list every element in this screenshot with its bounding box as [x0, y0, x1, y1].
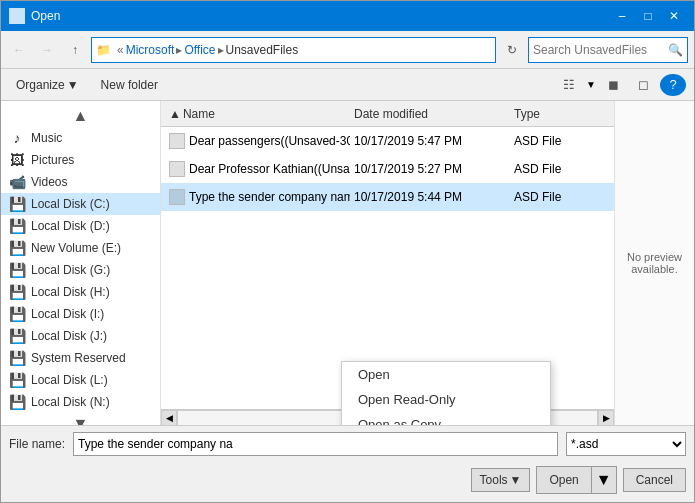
local-j-icon: 💾	[9, 328, 25, 344]
col-type-header[interactable]: Type	[510, 107, 610, 121]
sidebar-label-pictures: Pictures	[31, 153, 74, 167]
file-type-cell: ASD File	[510, 162, 610, 176]
sidebar-label-local-c: Local Disk (C:)	[31, 197, 110, 211]
sidebar-item-system-reserved[interactable]: 💾System Reserved	[1, 347, 160, 369]
search-input[interactable]	[533, 43, 668, 57]
local-g-icon: 💾	[9, 262, 25, 278]
sidebar-label-local-g: Local Disk (G:)	[31, 263, 110, 277]
file-date-cell: 10/17/2019 5:44 PM	[350, 190, 510, 204]
file-icon	[169, 161, 185, 177]
music-icon: ♪	[9, 130, 25, 146]
close-button[interactable]: ✕	[662, 6, 686, 26]
table-row[interactable]: Dear Professor Kathian((Unsaved-307704..…	[161, 155, 614, 183]
sidebar-label-local-h: Local Disk (H:)	[31, 285, 110, 299]
sidebar-item-local-j[interactable]: 💾Local Disk (J:)	[1, 325, 160, 347]
view-chevron-icon: ▼	[586, 79, 596, 90]
sidebar-item-local-l[interactable]: 💾Local Disk (L:)	[1, 369, 160, 391]
sidebar-item-pictures[interactable]: 🖼Pictures	[1, 149, 160, 171]
filetype-select[interactable]: *.asd	[566, 432, 686, 456]
breadcrumb[interactable]: 📁 « Microsoft ▸ Office ▸ UnsavedFiles	[91, 37, 496, 63]
videos-icon: 📹	[9, 174, 25, 190]
context-menu-item-open-readonly[interactable]: Open Read-Only	[342, 387, 550, 412]
preview-pane-button[interactable]: ◼	[600, 74, 626, 96]
sidebar-label-local-l: Local Disk (L:)	[31, 373, 108, 387]
sidebar-scroll-up[interactable]: ▲	[1, 105, 160, 127]
file-type-cell: ASD File	[510, 134, 610, 148]
sidebar-item-videos[interactable]: 📹Videos	[1, 171, 160, 193]
col-name-header[interactable]: ▲ Name	[165, 107, 350, 121]
sidebar-label-music: Music	[31, 131, 62, 145]
context-menu-item-open[interactable]: Open	[342, 362, 550, 387]
sidebar-scroll-down[interactable]: ▼	[1, 413, 160, 425]
sidebar-label-local-i: Local Disk (I:)	[31, 307, 104, 321]
context-menu-item-open-copy[interactable]: Open as Copy	[342, 412, 550, 425]
pictures-icon: 🖼	[9, 152, 25, 168]
sidebar-item-music[interactable]: ♪Music	[1, 127, 160, 149]
action-row: Tools ▼ Open ▼ Cancel	[1, 462, 694, 502]
new-volume-e-icon: 💾	[9, 240, 25, 256]
search-box: 🔍	[528, 37, 688, 63]
search-icon: 🔍	[668, 43, 683, 57]
breadcrumb-unsavedfiles: UnsavedFiles	[226, 43, 299, 57]
sidebar-item-local-g[interactable]: 💾Local Disk (G:)	[1, 259, 160, 281]
sidebar-item-local-h[interactable]: 💾Local Disk (H:)	[1, 281, 160, 303]
addressbar: ← → ↑ 📁 « Microsoft ▸ Office ▸ UnsavedFi…	[1, 31, 694, 69]
local-d-icon: 💾	[9, 218, 25, 234]
context-menu: OpenOpen Read-OnlyOpen as CopyOpen in Br…	[341, 361, 551, 425]
scroll-right-button[interactable]: ▶	[598, 410, 614, 426]
table-row[interactable]: Dear passengers((Unsaved-307704504126...…	[161, 127, 614, 155]
cancel-button[interactable]: Cancel	[623, 468, 686, 492]
titlebar-title: Open	[31, 9, 60, 23]
details-pane-button[interactable]: ◻	[630, 74, 656, 96]
file-date-cell: 10/17/2019 5:47 PM	[350, 134, 510, 148]
filename-label: File name:	[9, 437, 65, 451]
minimize-button[interactable]: –	[610, 6, 634, 26]
organize-button[interactable]: Organize ▼	[9, 75, 86, 95]
open-dropdown-button[interactable]: ▼	[592, 466, 617, 494]
maximize-button[interactable]: □	[636, 6, 660, 26]
sidebar-item-local-n[interactable]: 💾Local Disk (N:)	[1, 391, 160, 413]
main-content: ▲ ♪Music🖼Pictures📹Videos💾Local Disk (C:)…	[1, 101, 694, 425]
sidebar-label-system-reserved: System Reserved	[31, 351, 126, 365]
sidebar-item-new-volume-e[interactable]: 💾New Volume (E:)	[1, 237, 160, 259]
local-c-icon: 💾	[9, 196, 25, 212]
file-name-cell: Dear Professor Kathian((Unsaved-307704..…	[165, 161, 350, 177]
sidebar-item-local-d[interactable]: 💾Local Disk (D:)	[1, 215, 160, 237]
filename-input[interactable]	[73, 432, 558, 456]
breadcrumb-microsoft[interactable]: Microsoft	[126, 43, 175, 57]
refresh-button[interactable]: ↻	[500, 38, 524, 62]
sidebar-label-local-n: Local Disk (N:)	[31, 395, 110, 409]
organize-chevron-icon: ▼	[67, 78, 79, 92]
file-name-cell: Type the sender company name((Unsave...	[165, 189, 350, 205]
preview-panel: No preview available.	[614, 101, 694, 425]
titlebar-icon	[9, 8, 25, 24]
local-l-icon: 💾	[9, 372, 25, 388]
breadcrumb-office[interactable]: Office	[184, 43, 215, 57]
titlebar: Open – □ ✕	[1, 1, 694, 31]
file-type-cell: ASD File	[510, 190, 610, 204]
sidebar-label-videos: Videos	[31, 175, 67, 189]
help-button[interactable]: ?	[660, 74, 686, 96]
tools-button[interactable]: Tools ▼	[471, 468, 531, 492]
system-reserved-icon: 💾	[9, 350, 25, 366]
new-folder-button[interactable]: New folder	[94, 75, 165, 95]
col-date-header[interactable]: Date modified	[350, 107, 510, 121]
sidebar-item-local-c[interactable]: 💾Local Disk (C:)	[1, 193, 160, 215]
scroll-left-button[interactable]: ◀	[161, 410, 177, 426]
sidebar-label-local-d: Local Disk (D:)	[31, 219, 110, 233]
file-icon	[169, 133, 185, 149]
sidebar-label-local-j: Local Disk (J:)	[31, 329, 107, 343]
open-button[interactable]: Open	[536, 466, 591, 494]
preview-text: No preview available.	[615, 243, 694, 283]
table-row[interactable]: Type the sender company name((Unsave...1…	[161, 183, 614, 211]
up-button[interactable]: ↑	[63, 38, 87, 62]
titlebar-controls: – □ ✕	[610, 6, 686, 26]
change-view-button[interactable]: ☷	[556, 74, 582, 96]
bottom-bar: File name: *.asd Tools ▼ Open ▼ Cancel	[1, 425, 694, 502]
back-button[interactable]: ←	[7, 38, 31, 62]
sidebar-item-local-i[interactable]: 💾Local Disk (I:)	[1, 303, 160, 325]
file-name-cell: Dear passengers((Unsaved-307704504126...	[165, 133, 350, 149]
file-icon	[169, 189, 185, 205]
forward-button[interactable]: →	[35, 38, 59, 62]
local-n-icon: 💾	[9, 394, 25, 410]
